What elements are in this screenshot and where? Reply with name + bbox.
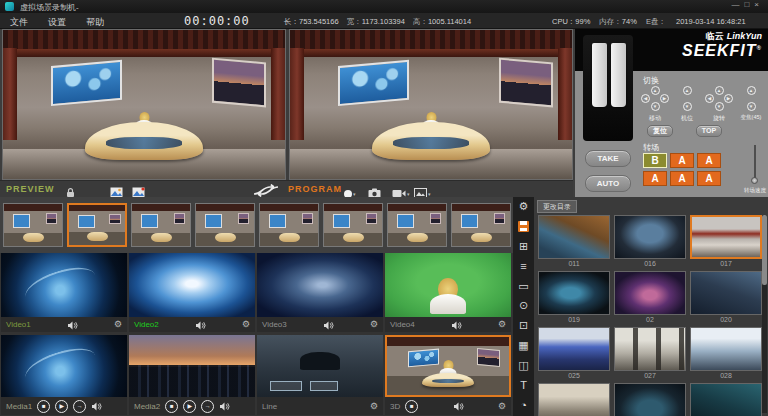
3d-thumbnail-selected[interactable]: [385, 335, 511, 397]
gallery-item[interactable]: 011: [538, 215, 610, 271]
gallery-item[interactable]: 027: [614, 327, 686, 383]
settings-icon[interactable]: ⚙: [513, 197, 534, 217]
move-right-button[interactable]: ▶: [660, 94, 669, 103]
gallery-item[interactable]: [690, 383, 762, 416]
move-down-button[interactable]: ▼: [651, 102, 660, 111]
gallery-item[interactable]: 020: [690, 271, 762, 327]
transition-speed-slider[interactable]: [751, 145, 758, 185]
gallery-item[interactable]: 025: [538, 327, 610, 383]
auto-button[interactable]: AUTO: [585, 175, 631, 192]
scene-thumbnail[interactable]: [259, 203, 319, 247]
maximize-button[interactable]: □: [744, 0, 754, 9]
transition-a-button[interactable]: A: [670, 153, 694, 168]
t-bar-handle-right[interactable]: [611, 43, 626, 107]
play-button[interactable]: ▶: [183, 400, 196, 413]
media1-thumbnail[interactable]: [1, 335, 127, 397]
gallery-item[interactable]: [614, 383, 686, 416]
video1-thumbnail[interactable]: [1, 253, 127, 317]
gallery-scrollbar[interactable]: [762, 215, 767, 413]
source-settings-icon[interactable]: ⚙: [498, 402, 506, 411]
next-button[interactable]: →: [73, 400, 86, 413]
t-bar-handle-left[interactable]: [592, 43, 607, 107]
scrollbar-thumb[interactable]: [762, 215, 767, 285]
scene-thumbnail[interactable]: [323, 203, 383, 247]
gallery-item[interactable]: 02: [614, 271, 686, 327]
position-down-button[interactable]: ▼: [683, 102, 692, 111]
rotate-down-button[interactable]: ▼: [715, 102, 724, 111]
volume-icon[interactable]: [453, 397, 464, 415]
green-screen-anchor: [430, 278, 466, 314]
slider-thumb[interactable]: [751, 177, 758, 184]
transition-a-button[interactable]: A: [643, 171, 667, 186]
text-icon[interactable]: T: [513, 376, 534, 396]
gallery-item[interactable]: 016: [614, 215, 686, 271]
volume-icon[interactable]: [195, 316, 206, 334]
position-up-button[interactable]: ▲: [683, 86, 692, 95]
gallery-item-selected[interactable]: 017: [690, 215, 762, 271]
scene-thumbnail-selected[interactable]: [67, 203, 127, 247]
source-settings-icon[interactable]: ⚙: [370, 402, 378, 411]
volume-icon[interactable]: [67, 316, 78, 334]
next-button[interactable]: →: [201, 400, 214, 413]
volume-icon[interactable]: [323, 316, 334, 334]
media2-thumbnail[interactable]: [129, 335, 255, 397]
source-settings-icon[interactable]: ⚙: [242, 320, 250, 329]
move-left-button[interactable]: ◀: [641, 94, 650, 103]
studio-screen-skyline: [212, 57, 266, 106]
scene-thumbnail[interactable]: [451, 203, 511, 247]
take-button[interactable]: TAKE: [585, 150, 631, 167]
stop-button[interactable]: ■: [165, 400, 178, 413]
transition-a-button[interactable]: A: [697, 171, 721, 186]
scene-thumbnail[interactable]: [387, 203, 447, 247]
gallery-item[interactable]: [538, 383, 610, 416]
image-icon[interactable]: ▦: [513, 336, 534, 356]
transition-speed-label: 转场速度: [733, 187, 768, 194]
menu-settings[interactable]: 设置: [48, 16, 66, 29]
transition-a-button[interactable]: A: [670, 171, 694, 186]
rotate-right-button[interactable]: ▶: [724, 94, 733, 103]
source-settings-icon[interactable]: ⚙: [370, 320, 378, 329]
window-icon[interactable]: ◫: [513, 356, 534, 376]
save-icon[interactable]: [513, 217, 534, 237]
change-directory-button[interactable]: 更改目录: [537, 200, 577, 213]
play-button[interactable]: ▶: [55, 400, 68, 413]
move-up-button[interactable]: ▲: [651, 86, 660, 95]
stop-button[interactable]: ■: [37, 400, 50, 413]
gallery-item[interactable]: 019: [538, 271, 610, 327]
t-bar-fader[interactable]: [583, 35, 633, 141]
gallery-item[interactable]: 028: [690, 327, 762, 383]
source-settings-icon[interactable]: ⚙: [114, 320, 122, 329]
line-thumbnail[interactable]: [257, 335, 383, 397]
preview-monitor[interactable]: [2, 29, 286, 180]
color-icon[interactable]: ◔: [513, 396, 534, 416]
menu-file[interactable]: 文件: [10, 16, 28, 29]
output-icon[interactable]: ⊙: [513, 296, 534, 316]
video2-thumbnail[interactable]: [129, 253, 255, 317]
minimize-button[interactable]: —: [731, 0, 744, 9]
volume-icon[interactable]: [451, 316, 462, 334]
monitor-icon[interactable]: ▭: [513, 277, 534, 297]
volume-icon[interactable]: [219, 397, 230, 415]
scene-thumbnail[interactable]: [195, 203, 255, 247]
scene-thumbnail[interactable]: [3, 203, 63, 247]
video3-thumbnail[interactable]: [257, 253, 383, 317]
rotate-up-button[interactable]: ▲: [715, 86, 724, 95]
multiview-icon[interactable]: ⊞: [513, 237, 534, 257]
volume-icon[interactable]: [91, 397, 102, 415]
menu-help[interactable]: 帮助: [86, 16, 104, 29]
source-settings-icon[interactable]: ⚙: [498, 320, 506, 329]
rotate-left-button[interactable]: ◀: [705, 94, 714, 103]
title-icon[interactable]: ⊡: [513, 316, 534, 336]
top-button[interactable]: TOP: [696, 125, 722, 137]
zoom-out-button[interactable]: ▼: [747, 102, 756, 111]
playlist-icon[interactable]: ≡: [513, 257, 534, 277]
program-monitor[interactable]: [289, 29, 573, 180]
transition-a-button[interactable]: A: [697, 153, 721, 168]
video4-thumbnail[interactable]: [385, 253, 511, 317]
reset-button[interactable]: 复位: [647, 125, 673, 137]
stop-button[interactable]: ■: [405, 400, 418, 413]
transition-b-button[interactable]: B: [643, 153, 667, 168]
close-button[interactable]: ×: [754, 0, 764, 9]
zoom-in-button[interactable]: ▲: [747, 86, 756, 95]
scene-thumbnail[interactable]: [131, 203, 191, 247]
